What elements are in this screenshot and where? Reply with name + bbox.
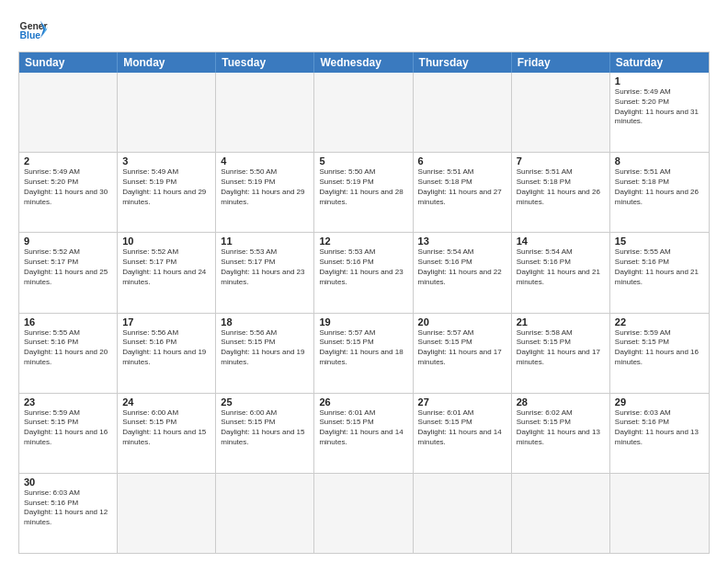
calendar-cell: 5Sunrise: 5:50 AM Sunset: 5:19 PM Daylig… — [314, 153, 413, 232]
cell-info: Sunrise: 5:51 AM Sunset: 5:18 PM Dayligh… — [418, 167, 506, 207]
day-number: 26 — [319, 396, 407, 408]
calendar-row-0: 1Sunrise: 5:49 AM Sunset: 5:20 PM Daylig… — [19, 73, 709, 153]
calendar-cell — [118, 474, 216, 553]
calendar-cell: 28Sunrise: 6:02 AM Sunset: 5:15 PM Dayli… — [512, 394, 610, 473]
day-number: 24 — [122, 396, 210, 408]
cell-info: Sunrise: 5:58 AM Sunset: 5:15 PM Dayligh… — [517, 328, 605, 368]
cell-info: Sunrise: 5:55 AM Sunset: 5:16 PM Dayligh… — [615, 247, 704, 287]
day-number: 29 — [615, 396, 704, 408]
day-number: 6 — [418, 155, 506, 167]
day-number: 20 — [418, 316, 506, 327]
header-day-friday: Friday — [512, 52, 610, 73]
calendar-row-1: 2Sunrise: 5:49 AM Sunset: 5:20 PM Daylig… — [19, 153, 709, 233]
cell-info: Sunrise: 5:54 AM Sunset: 5:16 PM Dayligh… — [418, 247, 506, 287]
day-number: 25 — [221, 396, 309, 408]
logo: General Blue — [18, 15, 48, 44]
calendar-cell: 10Sunrise: 5:52 AM Sunset: 5:17 PM Dayli… — [118, 233, 216, 312]
header-day-wednesday: Wednesday — [314, 52, 413, 73]
calendar-cell: 30Sunrise: 6:03 AM Sunset: 5:16 PM Dayli… — [19, 474, 118, 553]
calendar-cell: 4Sunrise: 5:50 AM Sunset: 5:19 PM Daylig… — [216, 153, 314, 232]
calendar-cell — [512, 474, 610, 553]
day-number: 23 — [24, 396, 112, 408]
calendar-cell: 3Sunrise: 5:49 AM Sunset: 5:19 PM Daylig… — [118, 153, 216, 232]
day-number: 9 — [24, 236, 112, 247]
calendar-cell — [512, 73, 610, 152]
calendar-cell: 13Sunrise: 5:54 AM Sunset: 5:16 PM Dayli… — [414, 233, 512, 312]
day-number: 14 — [517, 236, 605, 247]
day-number: 11 — [221, 236, 309, 247]
page: General Blue SundayMondayTuesdayWednesda… — [0, 0, 728, 563]
calendar-cell: 11Sunrise: 5:53 AM Sunset: 5:17 PM Dayli… — [216, 233, 314, 312]
day-number: 13 — [418, 236, 506, 247]
svg-text:Blue: Blue — [20, 30, 41, 40]
calendar-cell: 27Sunrise: 6:01 AM Sunset: 5:15 PM Dayli… — [414, 394, 512, 473]
calendar-cell: 20Sunrise: 5:57 AM Sunset: 5:15 PM Dayli… — [414, 314, 512, 393]
calendar-cell: 9Sunrise: 5:52 AM Sunset: 5:17 PM Daylig… — [19, 233, 118, 312]
calendar-cell: 7Sunrise: 5:51 AM Sunset: 5:18 PM Daylig… — [512, 153, 610, 232]
cell-info: Sunrise: 6:01 AM Sunset: 5:15 PM Dayligh… — [418, 408, 506, 448]
calendar-cell: 6Sunrise: 5:51 AM Sunset: 5:18 PM Daylig… — [414, 153, 512, 232]
cell-info: Sunrise: 5:52 AM Sunset: 5:17 PM Dayligh… — [122, 247, 210, 287]
calendar-cell: 19Sunrise: 5:57 AM Sunset: 5:15 PM Dayli… — [314, 314, 413, 393]
calendar-row-2: 9Sunrise: 5:52 AM Sunset: 5:17 PM Daylig… — [19, 233, 709, 313]
day-number: 30 — [24, 477, 112, 488]
calendar-cell: 16Sunrise: 5:55 AM Sunset: 5:16 PM Dayli… — [19, 314, 118, 393]
cell-info: Sunrise: 5:52 AM Sunset: 5:17 PM Dayligh… — [24, 247, 112, 287]
day-number: 12 — [319, 236, 407, 247]
cell-info: Sunrise: 5:59 AM Sunset: 5:15 PM Dayligh… — [615, 328, 704, 368]
calendar-row-5: 30Sunrise: 6:03 AM Sunset: 5:16 PM Dayli… — [19, 474, 709, 553]
cell-info: Sunrise: 6:00 AM Sunset: 5:15 PM Dayligh… — [221, 408, 309, 448]
day-number: 1 — [615, 75, 704, 86]
calendar-cell: 12Sunrise: 5:53 AM Sunset: 5:16 PM Dayli… — [314, 233, 413, 312]
cell-info: Sunrise: 5:56 AM Sunset: 5:16 PM Dayligh… — [122, 328, 210, 368]
calendar-cell — [19, 73, 118, 152]
header-day-sunday: Sunday — [19, 52, 118, 73]
calendar-cell — [216, 474, 314, 553]
day-number: 18 — [221, 316, 309, 327]
day-number: 27 — [418, 396, 506, 408]
calendar-row-4: 23Sunrise: 5:59 AM Sunset: 5:15 PM Dayli… — [19, 394, 709, 474]
cell-info: Sunrise: 6:03 AM Sunset: 5:16 PM Dayligh… — [615, 408, 704, 448]
header-day-saturday: Saturday — [610, 52, 709, 73]
cell-info: Sunrise: 5:49 AM Sunset: 5:19 PM Dayligh… — [122, 167, 210, 207]
cell-info: Sunrise: 5:59 AM Sunset: 5:15 PM Dayligh… — [24, 408, 112, 448]
cell-info: Sunrise: 6:03 AM Sunset: 5:16 PM Dayligh… — [24, 488, 112, 528]
day-number: 16 — [24, 316, 112, 327]
cell-info: Sunrise: 5:54 AM Sunset: 5:16 PM Dayligh… — [517, 247, 605, 287]
calendar-cell: 17Sunrise: 5:56 AM Sunset: 5:16 PM Dayli… — [118, 314, 216, 393]
calendar-body: 1Sunrise: 5:49 AM Sunset: 5:20 PM Daylig… — [19, 73, 709, 553]
header: General Blue — [18, 15, 710, 44]
calendar-cell: 8Sunrise: 5:51 AM Sunset: 5:18 PM Daylig… — [610, 153, 709, 232]
day-number: 22 — [615, 316, 704, 327]
calendar-cell: 29Sunrise: 6:03 AM Sunset: 5:16 PM Dayli… — [610, 394, 709, 473]
cell-info: Sunrise: 5:49 AM Sunset: 5:20 PM Dayligh… — [24, 167, 112, 207]
calendar-cell — [314, 73, 413, 152]
cell-info: Sunrise: 5:51 AM Sunset: 5:18 PM Dayligh… — [615, 167, 704, 207]
calendar-cell — [414, 474, 512, 553]
cell-info: Sunrise: 5:55 AM Sunset: 5:16 PM Dayligh… — [24, 328, 112, 368]
day-number: 10 — [122, 236, 210, 247]
cell-info: Sunrise: 5:53 AM Sunset: 5:16 PM Dayligh… — [319, 247, 407, 287]
calendar-cell: 1Sunrise: 5:49 AM Sunset: 5:20 PM Daylig… — [610, 73, 709, 152]
day-number: 19 — [319, 316, 407, 327]
day-number: 28 — [517, 396, 605, 408]
calendar-cell: 23Sunrise: 5:59 AM Sunset: 5:15 PM Dayli… — [19, 394, 118, 473]
calendar-cell — [314, 474, 413, 553]
calendar: SundayMondayTuesdayWednesdayThursdayFrid… — [18, 52, 710, 554]
header-day-monday: Monday — [118, 52, 216, 73]
cell-info: Sunrise: 5:57 AM Sunset: 5:15 PM Dayligh… — [418, 328, 506, 368]
calendar-header: SundayMondayTuesdayWednesdayThursdayFrid… — [19, 52, 709, 73]
cell-info: Sunrise: 5:56 AM Sunset: 5:15 PM Dayligh… — [221, 328, 309, 368]
cell-info: Sunrise: 6:00 AM Sunset: 5:15 PM Dayligh… — [122, 408, 210, 448]
calendar-cell: 26Sunrise: 6:01 AM Sunset: 5:15 PM Dayli… — [314, 394, 413, 473]
cell-info: Sunrise: 6:01 AM Sunset: 5:15 PM Dayligh… — [319, 408, 407, 448]
calendar-cell: 18Sunrise: 5:56 AM Sunset: 5:15 PM Dayli… — [216, 314, 314, 393]
calendar-cell — [118, 73, 216, 152]
calendar-cell: 22Sunrise: 5:59 AM Sunset: 5:15 PM Dayli… — [610, 314, 709, 393]
calendar-cell: 21Sunrise: 5:58 AM Sunset: 5:15 PM Dayli… — [512, 314, 610, 393]
calendar-row-3: 16Sunrise: 5:55 AM Sunset: 5:16 PM Dayli… — [19, 314, 709, 394]
calendar-cell: 14Sunrise: 5:54 AM Sunset: 5:16 PM Dayli… — [512, 233, 610, 312]
calendar-cell: 24Sunrise: 6:00 AM Sunset: 5:15 PM Dayli… — [118, 394, 216, 473]
cell-info: Sunrise: 5:50 AM Sunset: 5:19 PM Dayligh… — [221, 167, 309, 207]
day-number: 2 — [24, 155, 112, 167]
